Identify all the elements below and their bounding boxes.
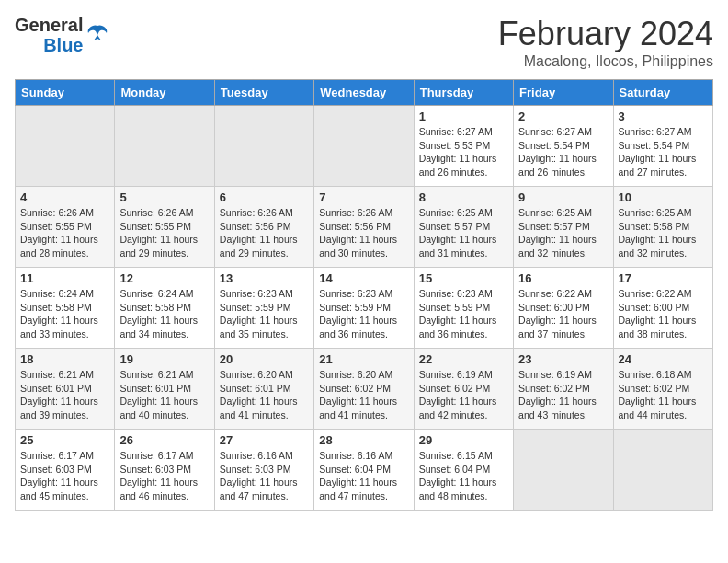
day-detail: Sunrise: 6:22 AMSunset: 6:00 PMDaylight:…	[518, 287, 608, 341]
calendar-cell: 25Sunrise: 6:17 AMSunset: 6:03 PMDayligh…	[16, 430, 115, 511]
logo-general: General	[15, 15, 83, 35]
day-number: 21	[319, 352, 408, 366]
day-detail: Sunrise: 6:26 AMSunset: 5:55 PMDaylight:…	[119, 206, 209, 260]
logo-bird-icon	[85, 22, 110, 48]
calendar-cell: 11Sunrise: 6:24 AMSunset: 5:58 PMDayligh…	[16, 268, 115, 349]
calendar-cell: 18Sunrise: 6:21 AMSunset: 6:01 PMDayligh…	[16, 349, 115, 430]
calendar-cell: 27Sunrise: 6:16 AMSunset: 6:03 PMDayligh…	[214, 430, 313, 511]
calendar-cell	[314, 106, 414, 187]
week-row-4: 18Sunrise: 6:21 AMSunset: 6:01 PMDayligh…	[16, 349, 713, 430]
logo: General Blue	[15, 15, 110, 55]
day-detail: Sunrise: 6:21 AMSunset: 6:01 PMDaylight:…	[20, 368, 109, 422]
calendar-cell: 15Sunrise: 6:23 AMSunset: 5:59 PMDayligh…	[414, 268, 513, 349]
day-number: 4	[20, 190, 109, 204]
day-number: 8	[419, 190, 508, 204]
day-detail: Sunrise: 6:19 AMSunset: 6:02 PMDaylight:…	[419, 368, 508, 422]
calendar-cell: 22Sunrise: 6:19 AMSunset: 6:02 PMDayligh…	[414, 349, 513, 430]
day-header-friday: Friday	[514, 80, 613, 106]
week-row-3: 11Sunrise: 6:24 AMSunset: 5:58 PMDayligh…	[16, 268, 713, 349]
day-detail: Sunrise: 6:25 AMSunset: 5:57 PMDaylight:…	[419, 206, 508, 260]
calendar-cell: 3Sunrise: 6:27 AMSunset: 5:54 PMDaylight…	[613, 106, 712, 187]
day-number: 29	[419, 433, 508, 447]
day-detail: Sunrise: 6:27 AMSunset: 5:54 PMDaylight:…	[619, 125, 708, 179]
calendar-cell	[214, 106, 313, 187]
day-detail: Sunrise: 6:23 AMSunset: 5:59 PMDaylight:…	[220, 287, 309, 341]
day-number: 5	[119, 190, 209, 204]
month-title: February 2024	[498, 15, 713, 53]
calendar-cell: 28Sunrise: 6:16 AMSunset: 6:04 PMDayligh…	[314, 430, 414, 511]
calendar-cell: 19Sunrise: 6:21 AMSunset: 6:01 PMDayligh…	[115, 349, 214, 430]
location-title: Macalong, Ilocos, Philippines	[498, 53, 713, 70]
calendar-cell: 26Sunrise: 6:17 AMSunset: 6:03 PMDayligh…	[115, 430, 214, 511]
day-detail: Sunrise: 6:17 AMSunset: 6:03 PMDaylight:…	[119, 449, 209, 503]
day-number: 13	[220, 271, 309, 285]
day-detail: Sunrise: 6:24 AMSunset: 5:58 PMDaylight:…	[119, 287, 209, 341]
day-detail: Sunrise: 6:25 AMSunset: 5:58 PMDaylight:…	[619, 206, 708, 260]
day-number: 15	[419, 271, 508, 285]
day-number: 2	[518, 109, 608, 123]
day-detail: Sunrise: 6:26 AMSunset: 5:56 PMDaylight:…	[319, 206, 408, 260]
day-number: 20	[220, 352, 309, 366]
header: General Blue February 2024 Macalong, Ilo…	[15, 15, 713, 70]
day-number: 24	[619, 352, 708, 366]
day-number: 17	[619, 271, 708, 285]
day-detail: Sunrise: 6:21 AMSunset: 6:01 PMDaylight:…	[119, 368, 209, 422]
day-detail: Sunrise: 6:19 AMSunset: 6:02 PMDaylight:…	[518, 368, 608, 422]
day-header-sunday: Sunday	[16, 80, 115, 106]
day-detail: Sunrise: 6:16 AMSunset: 6:03 PMDaylight:…	[220, 449, 309, 503]
calendar-table: SundayMondayTuesdayWednesdayThursdayFrid…	[15, 79, 713, 511]
calendar-header-row: SundayMondayTuesdayWednesdayThursdayFrid…	[16, 80, 713, 106]
calendar-cell: 23Sunrise: 6:19 AMSunset: 6:02 PMDayligh…	[514, 349, 613, 430]
day-detail: Sunrise: 6:26 AMSunset: 5:56 PMDaylight:…	[220, 206, 309, 260]
day-detail: Sunrise: 6:20 AMSunset: 6:01 PMDaylight:…	[220, 368, 309, 422]
day-detail: Sunrise: 6:20 AMSunset: 6:02 PMDaylight:…	[319, 368, 408, 422]
calendar-cell: 7Sunrise: 6:26 AMSunset: 5:56 PMDaylight…	[314, 187, 414, 268]
day-header-saturday: Saturday	[613, 80, 712, 106]
day-detail: Sunrise: 6:17 AMSunset: 6:03 PMDaylight:…	[20, 449, 109, 503]
calendar-body: 1Sunrise: 6:27 AMSunset: 5:53 PMDaylight…	[16, 106, 713, 511]
calendar-cell	[16, 106, 115, 187]
calendar-cell	[514, 430, 613, 511]
week-row-1: 1Sunrise: 6:27 AMSunset: 5:53 PMDaylight…	[16, 106, 713, 187]
day-number: 27	[220, 433, 309, 447]
day-header-wednesday: Wednesday	[314, 80, 414, 106]
calendar-cell	[115, 106, 214, 187]
logo-blue: Blue	[43, 35, 83, 55]
calendar-cell: 12Sunrise: 6:24 AMSunset: 5:58 PMDayligh…	[115, 268, 214, 349]
week-row-2: 4Sunrise: 6:26 AMSunset: 5:55 PMDaylight…	[16, 187, 713, 268]
day-detail: Sunrise: 6:23 AMSunset: 5:59 PMDaylight:…	[419, 287, 508, 341]
day-number: 14	[319, 271, 408, 285]
day-detail: Sunrise: 6:26 AMSunset: 5:55 PMDaylight:…	[20, 206, 109, 260]
day-number: 23	[518, 352, 608, 366]
calendar-cell	[613, 430, 712, 511]
day-number: 19	[119, 352, 209, 366]
calendar-cell: 10Sunrise: 6:25 AMSunset: 5:58 PMDayligh…	[613, 187, 712, 268]
day-header-tuesday: Tuesday	[214, 80, 313, 106]
day-number: 10	[619, 190, 708, 204]
calendar-cell: 29Sunrise: 6:15 AMSunset: 6:04 PMDayligh…	[414, 430, 513, 511]
day-number: 18	[20, 352, 109, 366]
day-number: 25	[20, 433, 109, 447]
day-number: 1	[419, 109, 508, 123]
day-number: 16	[518, 271, 608, 285]
calendar-cell: 16Sunrise: 6:22 AMSunset: 6:00 PMDayligh…	[514, 268, 613, 349]
day-number: 7	[319, 190, 408, 204]
day-detail: Sunrise: 6:27 AMSunset: 5:53 PMDaylight:…	[419, 125, 508, 179]
day-number: 12	[119, 271, 209, 285]
day-detail: Sunrise: 6:15 AMSunset: 6:04 PMDaylight:…	[419, 449, 508, 503]
day-number: 22	[419, 352, 508, 366]
calendar-cell: 21Sunrise: 6:20 AMSunset: 6:02 PMDayligh…	[314, 349, 414, 430]
day-detail: Sunrise: 6:23 AMSunset: 5:59 PMDaylight:…	[319, 287, 408, 341]
week-row-5: 25Sunrise: 6:17 AMSunset: 6:03 PMDayligh…	[16, 430, 713, 511]
day-detail: Sunrise: 6:27 AMSunset: 5:54 PMDaylight:…	[518, 125, 608, 179]
day-number: 6	[220, 190, 309, 204]
day-detail: Sunrise: 6:18 AMSunset: 6:02 PMDaylight:…	[619, 368, 708, 422]
calendar-cell: 6Sunrise: 6:26 AMSunset: 5:56 PMDaylight…	[214, 187, 313, 268]
calendar-cell: 9Sunrise: 6:25 AMSunset: 5:57 PMDaylight…	[514, 187, 613, 268]
calendar-cell: 14Sunrise: 6:23 AMSunset: 5:59 PMDayligh…	[314, 268, 414, 349]
day-number: 28	[319, 433, 408, 447]
day-header-monday: Monday	[115, 80, 214, 106]
calendar-cell: 8Sunrise: 6:25 AMSunset: 5:57 PMDaylight…	[414, 187, 513, 268]
day-number: 26	[119, 433, 209, 447]
day-detail: Sunrise: 6:16 AMSunset: 6:04 PMDaylight:…	[319, 449, 408, 503]
